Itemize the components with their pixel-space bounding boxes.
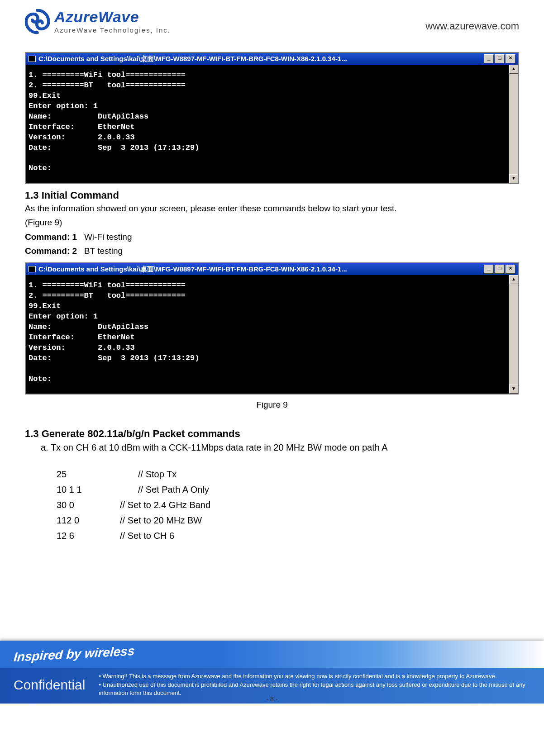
scrollbar[interactable]: ▲ ▼ bbox=[509, 65, 518, 183]
terminal-window-1: C:\Documents and Settings\kai\桌面\MFG-W88… bbox=[25, 52, 519, 184]
scroll-up-icon[interactable]: ▲ bbox=[509, 275, 518, 284]
logo-block: AzureWave AzureWave Technologies, Inc. bbox=[25, 9, 171, 34]
page-footer: Inspired by wireless Confidential Warnin… bbox=[0, 641, 544, 704]
section-heading-generate-packets: 1.3 Generate 802.11a/b/g/n Packet comman… bbox=[25, 428, 519, 440]
cmd-icon bbox=[29, 56, 36, 62]
figure-ref: (Figure 9) bbox=[25, 215, 519, 229]
command-row: 10 1 1// Set Path A Only bbox=[57, 482, 519, 497]
azurewave-logo-icon bbox=[25, 9, 50, 34]
terminal-output: 1. =========WiFi tool============= 2. ==… bbox=[26, 65, 509, 183]
command-comment: // Set to 2.4 GHz Band bbox=[120, 497, 210, 513]
command-code: 25 bbox=[57, 466, 138, 482]
warning-list: Warning!! This is a message from Azurewa… bbox=[99, 672, 530, 697]
logo-text-main: AzureWave bbox=[54, 9, 171, 24]
command-comment: // Stop Tx bbox=[138, 466, 177, 482]
command-row: 25// Stop Tx bbox=[57, 466, 519, 482]
command-comment: // Set Path A Only bbox=[138, 482, 209, 497]
cmd-icon bbox=[29, 266, 36, 272]
terminal-title-text: C:\Documents and Settings\kai\桌面\MFG-W88… bbox=[38, 55, 347, 63]
command-row: 30 0// Set to 2.4 GHz Band bbox=[57, 497, 519, 513]
scroll-up-icon[interactable]: ▲ bbox=[509, 65, 518, 74]
footer-slogan: Inspired by wireless bbox=[13, 644, 135, 665]
close-button[interactable]: × bbox=[506, 265, 515, 274]
site-url: www.azurewave.com bbox=[425, 20, 519, 32]
warning-item: Warning!! This is a message from Azurewa… bbox=[99, 672, 530, 680]
command-2-line: Command: 2 BT testing bbox=[25, 244, 519, 258]
scrollbar[interactable]: ▲ ▼ bbox=[509, 275, 518, 394]
logo-text-sub: AzureWave Technologies, Inc. bbox=[54, 26, 171, 34]
terminal-title-text: C:\Documents and Settings\kai\桌面\MFG-W88… bbox=[38, 265, 347, 274]
command-row: 112 0// Set to 20 MHz BW bbox=[57, 513, 519, 528]
command-code: 10 1 1 bbox=[57, 482, 138, 497]
warning-item: Unauthorized use of this document is pro… bbox=[99, 681, 530, 697]
command-code: 30 0 bbox=[57, 497, 120, 513]
command-1-line: Command: 1 Wi-Fi testing bbox=[25, 230, 519, 244]
minimize-button[interactable]: _ bbox=[484, 54, 494, 63]
figure-caption: Figure 9 bbox=[25, 400, 519, 410]
scroll-down-icon[interactable]: ▼ bbox=[509, 385, 518, 394]
page-header: AzureWave AzureWave Technologies, Inc. w… bbox=[25, 9, 519, 34]
section-heading-initial-command: 1.3 Initial Command bbox=[25, 190, 519, 201]
command-code: 12 6 bbox=[57, 528, 120, 543]
terminal-titlebar: C:\Documents and Settings\kai\桌面\MFG-W88… bbox=[26, 53, 518, 65]
command-list: 25// Stop Tx10 1 1// Set Path A Only30 0… bbox=[57, 466, 519, 543]
command-row: 12 6// Set to CH 6 bbox=[57, 528, 519, 543]
scroll-down-icon[interactable]: ▼ bbox=[509, 174, 518, 183]
terminal-window-2: C:\Documents and Settings\kai\桌面\MFG-W88… bbox=[25, 262, 519, 395]
command-comment: // Set to CH 6 bbox=[120, 528, 174, 543]
command-comment: // Set to 20 MHz BW bbox=[120, 513, 202, 528]
terminal-titlebar: C:\Documents and Settings\kai\桌面\MFG-W88… bbox=[26, 263, 518, 275]
sub-item-a: a. Tx on CH 6 at 10 dBm with a CCK-11Mbp… bbox=[41, 440, 519, 455]
terminal-output: 1. =========WiFi tool============= 2. ==… bbox=[26, 275, 509, 394]
page-number: - 8 - bbox=[267, 695, 278, 703]
minimize-button[interactable]: _ bbox=[484, 265, 494, 274]
maximize-button[interactable]: □ bbox=[495, 54, 505, 63]
command-code: 112 0 bbox=[57, 513, 120, 528]
intro-paragraph: As the information showed on your screen… bbox=[25, 201, 519, 215]
confidential-label: Confidential bbox=[14, 677, 85, 693]
close-button[interactable]: × bbox=[506, 54, 515, 63]
maximize-button[interactable]: □ bbox=[495, 265, 505, 274]
